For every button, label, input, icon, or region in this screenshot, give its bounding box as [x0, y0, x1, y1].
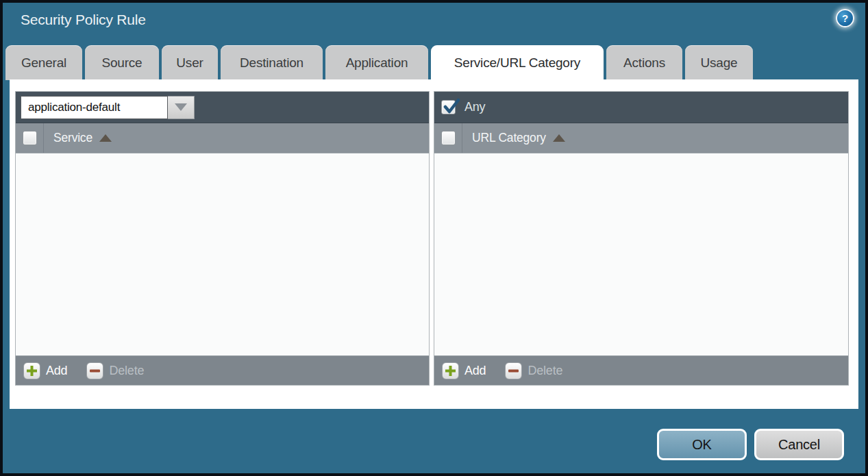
service-delete-button[interactable]: Delete [86, 362, 144, 379]
service-column-header[interactable]: Service [53, 131, 92, 145]
url-category-select-all-checkbox[interactable] [441, 131, 456, 145]
service-toolbar: application-default [16, 92, 429, 123]
tab-bar: General Source User Destination Applicat… [5, 45, 753, 80]
url-category-panel: Any URL Category Add [434, 91, 849, 386]
tab-actions[interactable]: Actions [606, 45, 682, 80]
cancel-button[interactable]: Cancel [754, 429, 844, 460]
service-panel: application-default Service [15, 91, 430, 386]
tab-content-card: application-default Service [10, 79, 858, 409]
service-type-dropdown[interactable]: application-default [21, 96, 195, 119]
any-checkbox[interactable] [441, 100, 456, 114]
minus-icon [86, 362, 103, 379]
any-label: Any [464, 100, 485, 114]
url-category-toolbar: Any [434, 92, 848, 123]
plus-icon [442, 362, 459, 379]
tab-usage[interactable]: Usage [685, 45, 753, 80]
service-header-checkbox-cell [16, 123, 44, 153]
plus-icon [23, 362, 40, 379]
tab-application[interactable]: Application [325, 45, 428, 80]
url-category-delete-button[interactable]: Delete [505, 362, 562, 379]
add-label: Add [46, 364, 67, 378]
service-footer: Add Delete [16, 355, 429, 385]
ok-button[interactable]: OK [657, 429, 747, 460]
minus-icon [505, 362, 522, 379]
service-add-button[interactable]: Add [23, 362, 67, 379]
url-category-table-body[interactable] [434, 153, 848, 355]
sort-ascending-icon[interactable] [553, 134, 565, 142]
any-checkbox-row: Any [439, 100, 485, 114]
add-label: Add [464, 364, 486, 378]
chevron-down-icon [175, 103, 187, 111]
url-category-footer: Add Delete [434, 355, 848, 385]
service-select-all-checkbox[interactable] [23, 131, 37, 145]
service-type-dropdown-value[interactable]: application-default [21, 96, 168, 119]
help-glyph: ? [842, 12, 848, 24]
tab-service-url-category[interactable]: Service/URL Category [431, 45, 604, 80]
sort-ascending-icon[interactable] [99, 134, 112, 142]
help-icon[interactable]: ? [836, 9, 854, 27]
url-category-table-header: URL Category [434, 123, 848, 153]
tab-general[interactable]: General [5, 45, 82, 80]
tab-source[interactable]: Source [85, 45, 159, 80]
service-table-body[interactable] [16, 153, 429, 355]
dialog-title: Security Policy Rule [21, 12, 146, 28]
tab-destination[interactable]: Destination [221, 45, 323, 80]
service-type-dropdown-button[interactable] [168, 96, 195, 119]
url-category-add-button[interactable]: Add [442, 362, 486, 379]
url-category-header-checkbox-cell [434, 123, 462, 153]
url-category-column-header[interactable]: URL Category [472, 131, 546, 145]
delete-label: Delete [528, 364, 562, 378]
security-policy-rule-dialog: Security Policy Rule ? General Source Us… [0, 0, 868, 476]
service-table-header: Service [16, 123, 429, 153]
delete-label: Delete [109, 364, 144, 378]
tab-user[interactable]: User [162, 45, 218, 80]
